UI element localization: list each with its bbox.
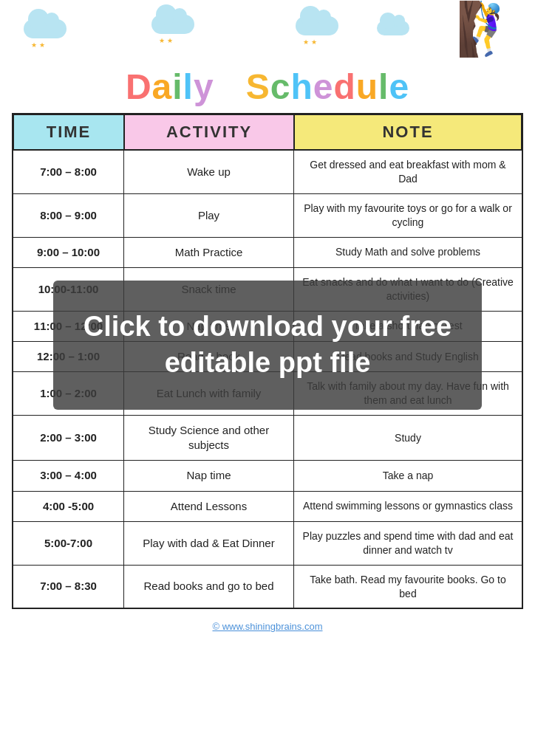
cell-activity: Wake up [124,151,294,193]
cell-note: Take bath. Read my favourite books. Go t… [294,566,522,608]
footer[interactable]: © www.shiningbrains.com [212,616,322,638]
table-row: 3:00 – 4:00 Nap time Take a nap [13,460,522,490]
overlay-text: Click to download your free editable ppt… [80,309,455,382]
cell-time: 9:00 – 10:00 [13,238,124,267]
cell-activity: Play with dad & Eat Dinner [124,522,294,565]
header-time: TIME [13,114,124,150]
cell-time: 2:00 – 3:00 [13,416,124,461]
cell-time: 8:00 – 9:00 [13,194,124,237]
table-row: 2:00 – 3:00 Study Science and other subj… [13,415,522,461]
cell-time: 3:00 – 4:00 [13,461,124,490]
cell-activity: Math Practice [124,238,294,267]
cell-note: Attend swimming lessons or gymnastics cl… [294,492,522,521]
table-header: TIME ACTIVITY NOTE [13,114,522,150]
table-row: 9:00 – 10:00 Math Practice Study Math an… [13,237,522,267]
page-title: Daily Schedule [7,66,528,107]
page: ★ ★ ★ ★ ★ ★ [0,0,535,756]
cell-activity: Play [124,194,294,237]
table-row: 7:00 – 8:30 Read books and go to bed Tak… [13,565,522,608]
header-note: NOTE [294,114,522,150]
cell-activity: Read books and go to bed [124,566,294,608]
cell-note: Get dressed and eat breakfast with mom &… [294,151,522,193]
header-activity: ACTIVITY [124,114,294,150]
cell-activity: Attend Lessons [124,492,294,521]
table-row: 8:00 – 9:00 Play Play with my favourite … [13,193,522,237]
cell-time: 5:00-7:00 [13,522,124,565]
clouds-area: ★ ★ ★ ★ ★ ★ [7,13,528,65]
cell-note: Study [294,416,522,461]
header: ★ ★ ★ ★ ★ ★ [0,0,535,113]
website-link[interactable]: © www.shiningbrains.com [212,621,322,632]
cell-note: Take a nap [294,461,522,490]
cell-time: 7:00 – 8:30 [13,566,124,608]
cell-activity: Nap time [124,461,294,490]
cell-time: 4:00 -5:00 [13,492,124,521]
download-overlay[interactable]: Click to download your free editable ppt… [53,281,482,410]
cell-note: Study Math and solve problems [294,238,522,267]
table-row: 7:00 – 8:00 Wake up Get dressed and eat … [13,150,522,193]
cell-time: 7:00 – 8:00 [13,151,124,193]
cell-note: Play puzzles and spend time with dad and… [294,522,522,565]
table-row: 5:00-7:00 Play with dad & Eat Dinner Pla… [13,521,522,565]
cell-note: Play with my favourite toys or go for a … [294,194,522,237]
table-row: 4:00 -5:00 Attend Lessons Attend swimmin… [13,491,522,521]
cell-activity: Study Science and other subjects [124,416,294,461]
girl-ladder-illustration: 🧗‍♀️ [456,3,520,55]
